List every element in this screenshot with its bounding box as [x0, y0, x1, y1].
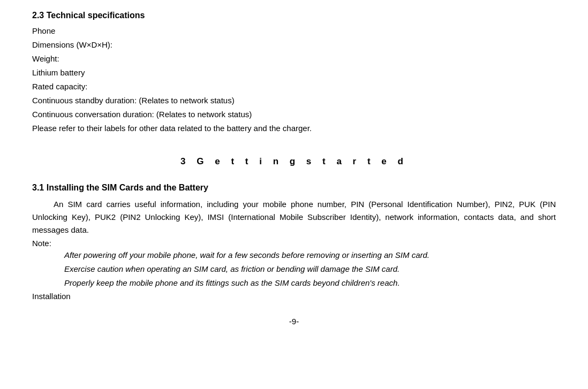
page-number: -9- [32, 317, 556, 326]
chapter-3-heading-block: 3 G e t t i n g s t a r t e d [32, 156, 556, 167]
installation-label: Installation [32, 292, 556, 301]
spec-line-6: Continuous standby duration: (Relates to… [32, 94, 556, 107]
spec-line-8: Please refer to their labels for other d… [32, 122, 556, 135]
spec-line-3: Weight: [32, 52, 556, 65]
section-2-3-title: 2.3 Technical specifications [32, 11, 556, 20]
note-line-3: Properly keep the mobile phone and its f… [32, 277, 556, 289]
note-label: Note: [32, 239, 556, 248]
spec-line-7: Continuous conversation duration: (Relat… [32, 108, 556, 121]
spec-line-2: Dimensions (W×D×H): [32, 39, 556, 51]
section-2-3: 2.3 Technical specifications Phone Dimen… [32, 11, 556, 135]
note-line-2: Exercise caution when operating an SIM c… [32, 263, 556, 276]
section-3-1: 3.1 Installing the SIM Cards and the Bat… [32, 183, 556, 301]
spec-line-4: Lithium battery [32, 66, 556, 79]
spec-line-1: Phone [32, 25, 556, 37]
chapter-3-heading: 3 G e t t i n g s t a r t e d [32, 156, 556, 167]
section-3-1-title: 3.1 Installing the SIM Cards and the Bat… [32, 183, 556, 193]
spec-line-5: Rated capacity: [32, 80, 556, 93]
specs-block: Phone Dimensions (W×D×H): Weight: Lithiu… [32, 25, 556, 135]
section-3-1-paragraph1: An SIM card carries useful information, … [32, 198, 556, 237]
note-line-1: After powering off your mobile phone, wa… [32, 249, 556, 262]
